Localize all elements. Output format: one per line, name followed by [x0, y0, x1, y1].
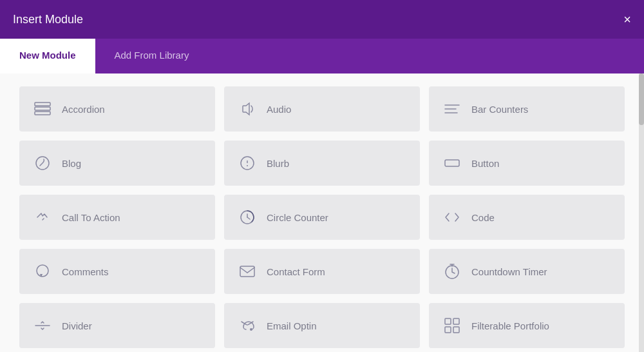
close-button[interactable]: ×	[623, 13, 631, 26]
svg-point-14	[37, 265, 48, 277]
accordion-icon	[31, 97, 54, 121]
audio-icon	[236, 97, 259, 121]
modal-title: Insert Module	[13, 13, 83, 26]
modal-body: AccordionAudioBar CountersBlogBlurbButto…	[0, 73, 644, 352]
svg-rect-10	[445, 160, 459, 166]
svg-rect-1	[35, 107, 50, 110]
module-item-audio[interactable]: Audio	[224, 86, 420, 132]
comments-icon	[31, 260, 54, 283]
svg-point-18	[250, 328, 252, 331]
contact-form-icon	[236, 260, 259, 283]
module-label-audio: Audio	[267, 104, 291, 115]
module-label-email-optin: Email Optin	[267, 320, 317, 331]
module-item-comments[interactable]: Comments	[19, 249, 215, 294]
module-label-code: Code	[471, 212, 495, 223]
tab-bar: New Module Add From Library	[0, 39, 644, 73]
svg-point-9	[247, 165, 248, 166]
blog-icon	[31, 152, 54, 175]
svg-rect-20	[453, 318, 459, 324]
svg-rect-19	[445, 318, 451, 324]
module-label-countdown-timer: Countdown Timer	[471, 266, 547, 277]
svg-line-13	[247, 217, 250, 219]
svg-rect-15	[240, 266, 254, 277]
svg-rect-0	[35, 103, 50, 106]
module-label-blog: Blog	[62, 158, 81, 169]
module-item-email-optin[interactable]: Email Optin	[224, 303, 420, 348]
module-item-circle-counter[interactable]: Circle Counter	[224, 195, 420, 240]
tab-new-module-label: New Module	[19, 50, 76, 61]
modules-grid: AccordionAudioBar CountersBlogBlurbButto…	[19, 86, 625, 348]
module-item-countdown-timer[interactable]: Countdown Timer	[429, 249, 625, 294]
module-label-call-to-action: Call To Action	[62, 212, 120, 223]
module-item-accordion[interactable]: Accordion	[19, 86, 215, 132]
svg-rect-2	[35, 112, 50, 115]
tab-new-module[interactable]: New Module	[0, 39, 95, 73]
circle-counter-icon	[236, 206, 259, 229]
module-label-bar-counters: Bar Counters	[471, 104, 528, 115]
module-label-contact-form: Contact Form	[267, 266, 325, 277]
countdown-timer-icon	[440, 260, 464, 283]
code-icon	[440, 206, 464, 229]
svg-rect-22	[453, 327, 459, 333]
tab-add-from-library-label: Add From Library	[115, 50, 189, 61]
module-item-button[interactable]: Button	[429, 141, 625, 186]
filterable-portfolio-icon	[440, 314, 464, 337]
module-item-filterable-portfolio[interactable]: Filterable Portfolio	[429, 303, 625, 348]
module-label-divider: Divider	[62, 320, 92, 331]
email-optin-icon	[236, 314, 259, 337]
module-label-blurb: Blurb	[267, 158, 289, 169]
module-label-filterable-portfolio: Filterable Portfolio	[471, 320, 549, 331]
modal-header: Insert Module ×	[0, 0, 644, 39]
module-item-blurb[interactable]: Blurb	[224, 141, 420, 186]
module-label-button: Button	[471, 158, 499, 169]
module-item-call-to-action[interactable]: Call To Action	[19, 195, 215, 240]
divider-icon	[31, 314, 54, 337]
module-label-circle-counter: Circle Counter	[267, 212, 328, 223]
module-item-divider[interactable]: Divider	[19, 303, 215, 348]
call-to-action-icon	[31, 206, 54, 229]
scrollbar-thumb	[639, 73, 644, 125]
module-label-comments: Comments	[62, 266, 109, 277]
button-icon	[440, 152, 464, 175]
module-label-accordion: Accordion	[62, 104, 105, 115]
tab-add-from-library[interactable]: Add From Library	[95, 39, 209, 73]
scrollbar-track	[639, 73, 644, 352]
svg-rect-21	[445, 327, 451, 333]
module-item-code[interactable]: Code	[429, 195, 625, 240]
insert-module-modal: Insert Module × New Module Add From Libr…	[0, 0, 644, 352]
module-item-contact-form[interactable]: Contact Form	[224, 249, 420, 294]
module-item-blog[interactable]: Blog	[19, 141, 215, 186]
module-item-bar-counters[interactable]: Bar Counters	[429, 86, 625, 132]
bar-counters-icon	[440, 97, 464, 121]
blurb-icon	[236, 152, 259, 175]
